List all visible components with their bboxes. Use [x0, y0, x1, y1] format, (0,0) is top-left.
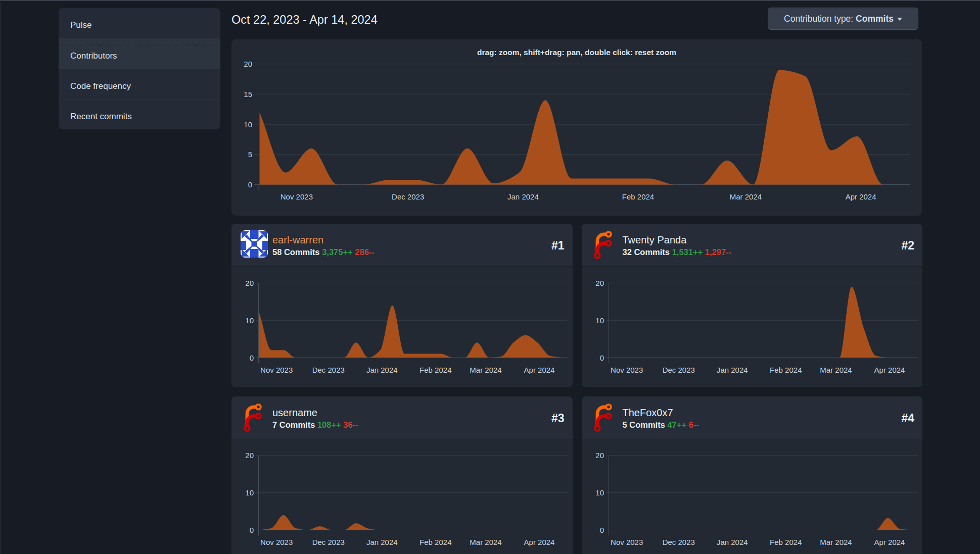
svg-text:Jan 2024: Jan 2024: [716, 366, 748, 374]
svg-text:10: 10: [595, 316, 604, 325]
svg-text:Jan 2024: Jan 2024: [366, 538, 398, 546]
svg-text:Feb 2024: Feb 2024: [419, 366, 451, 374]
svg-text:Nov 2023: Nov 2023: [611, 538, 643, 546]
svg-text:20: 20: [244, 60, 252, 68]
svg-text:Apr 2024: Apr 2024: [524, 366, 555, 374]
svg-text:20: 20: [245, 451, 254, 460]
svg-text:10: 10: [245, 316, 254, 325]
svg-text:0: 0: [250, 354, 254, 362]
svg-text:Mar 2024: Mar 2024: [470, 366, 501, 374]
svg-text:Apr 2024: Apr 2024: [846, 192, 876, 201]
svg-text:Nov 2023: Nov 2023: [611, 366, 643, 374]
svg-text:Dec 2023: Dec 2023: [392, 192, 424, 201]
svg-text:Dec 2023: Dec 2023: [312, 538, 345, 546]
svg-text:0: 0: [599, 354, 603, 362]
svg-text:Jan 2024: Jan 2024: [716, 538, 748, 546]
svg-text:0: 0: [599, 526, 603, 534]
svg-text:Feb 2024: Feb 2024: [770, 366, 802, 374]
svg-text:Jan 2024: Jan 2024: [507, 192, 539, 201]
svg-text:Dec 2023: Dec 2023: [662, 538, 694, 546]
svg-text:Apr 2024: Apr 2024: [874, 538, 905, 546]
svg-text:Mar 2024: Mar 2024: [820, 366, 852, 374]
svg-text:Jan 2024: Jan 2024: [366, 366, 398, 374]
svg-text:Feb 2024: Feb 2024: [419, 538, 451, 546]
svg-text:10: 10: [595, 488, 604, 497]
svg-text:Nov 2023: Nov 2023: [260, 366, 293, 374]
svg-text:5: 5: [248, 150, 252, 159]
svg-text:Mar 2024: Mar 2024: [470, 538, 501, 546]
svg-text:Feb 2024: Feb 2024: [622, 192, 654, 201]
svg-text:Mar 2024: Mar 2024: [820, 538, 852, 546]
svg-text:Nov 2023: Nov 2023: [260, 538, 293, 546]
svg-text:Mar 2024: Mar 2024: [730, 192, 762, 201]
svg-text:Nov 2023: Nov 2023: [281, 192, 313, 201]
svg-text:Feb 2024: Feb 2024: [770, 538, 802, 546]
svg-text:20: 20: [595, 451, 604, 460]
svg-text:0: 0: [250, 526, 254, 534]
svg-text:20: 20: [595, 279, 604, 287]
svg-text:Dec 2023: Dec 2023: [662, 366, 694, 374]
svg-text:0: 0: [248, 180, 252, 189]
svg-text:10: 10: [244, 120, 252, 129]
svg-text:Apr 2024: Apr 2024: [524, 538, 555, 546]
svg-text:20: 20: [245, 279, 254, 287]
svg-text:15: 15: [244, 90, 252, 98]
svg-text:10: 10: [245, 488, 254, 497]
svg-text:Apr 2024: Apr 2024: [874, 366, 905, 374]
svg-text:Dec 2023: Dec 2023: [312, 366, 345, 374]
